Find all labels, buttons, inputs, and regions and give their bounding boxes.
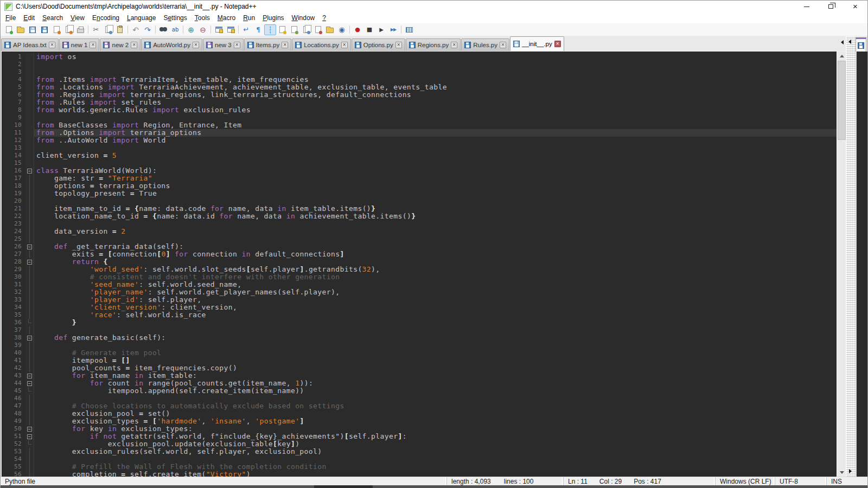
tab-close-icon[interactable]: × xyxy=(341,42,348,48)
menu-item-help[interactable]: ? xyxy=(318,13,330,23)
fold-collapse-icon[interactable]: − xyxy=(27,381,32,386)
fold-collapse-icon[interactable]: − xyxy=(27,336,32,341)
indent-guide-icon[interactable]: ┆ xyxy=(264,24,276,35)
tab-scroll-left-icon[interactable] xyxy=(841,40,844,44)
menu-item-search[interactable]: Search xyxy=(39,13,67,23)
save-file-icon[interactable] xyxy=(27,24,39,35)
tab-items-py[interactable]: Items.py× xyxy=(244,38,291,51)
fold-collapse-icon[interactable]: − xyxy=(27,434,32,439)
fold-collapse-icon[interactable]: − xyxy=(27,260,32,265)
status-eol-format[interactable]: Windows (CR LF) xyxy=(715,477,775,485)
sync-horizontal-icon[interactable] xyxy=(225,24,237,35)
tab-new-3[interactable]: new 3× xyxy=(203,38,244,51)
tab-close-icon[interactable]: × xyxy=(131,42,137,48)
tab-close-icon[interactable]: × xyxy=(90,42,96,48)
tab-close-icon[interactable]: × xyxy=(282,42,288,48)
window-title: C:\Users\Dood\Documents\tmp\Archipelago\… xyxy=(16,3,257,10)
folder-as-workspace-icon[interactable] xyxy=(324,24,336,35)
menu-item-plugins[interactable]: Plugins xyxy=(259,13,288,23)
fold-collapse-icon[interactable]: − xyxy=(27,427,32,432)
monitoring-icon[interactable]: ◉ xyxy=(336,24,348,35)
fold-margin xyxy=(25,326,34,334)
code-line: 45 itempool.append(self.create_item(item… xyxy=(2,387,837,395)
fold-collapse-icon[interactable]: − xyxy=(27,169,32,174)
fold-collapse-icon[interactable]: − xyxy=(27,374,32,378)
scrollbar-down-arrow[interactable] xyxy=(837,468,846,477)
tab-locations-py[interactable]: Locations.py× xyxy=(292,38,351,51)
cut-icon[interactable]: ✂ xyxy=(90,24,102,35)
view-splitter[interactable] xyxy=(846,36,856,477)
menu-item-edit[interactable]: Edit xyxy=(20,13,39,23)
copy-icon[interactable] xyxy=(102,24,114,35)
sync-vertical-icon[interactable] xyxy=(213,24,225,35)
menu-item-window[interactable]: Window xyxy=(288,13,319,23)
code-line: 22 location_name_to_id = {name: data.id … xyxy=(2,213,837,220)
scrollbar-thumb[interactable] xyxy=(838,61,846,140)
macro-run-multiple-icon[interactable]: ▶▶ xyxy=(387,24,399,35)
second-view-editor[interactable] xyxy=(856,52,867,477)
menu-item-tools[interactable]: Tools xyxy=(191,13,214,23)
editor[interactable]: 1import os234from .Items import Terraria… xyxy=(1,52,846,477)
zoom-in-icon[interactable]: ⊕ xyxy=(185,24,197,35)
second-view-tab[interactable] xyxy=(856,37,866,52)
show-all-characters-icon[interactable]: ¶ xyxy=(252,24,264,35)
tab-rules-py[interactable]: Rules.py× xyxy=(461,38,509,51)
tab-new-1[interactable]: new 1× xyxy=(59,38,100,51)
tab-new-2[interactable]: new 2× xyxy=(100,38,141,51)
zoom-out-icon[interactable]: ⊖ xyxy=(197,24,209,35)
tab-close-icon[interactable]: × xyxy=(234,42,240,48)
document-list-icon[interactable] xyxy=(300,24,312,35)
open-file-icon[interactable] xyxy=(15,24,27,35)
undo-icon[interactable]: ↶ xyxy=(130,24,142,35)
document-map-icon[interactable] xyxy=(288,24,300,35)
tab-options-py[interactable]: Options.py× xyxy=(352,38,405,51)
redo-icon[interactable]: ↷ xyxy=(142,24,154,35)
fold-collapse-icon[interactable]: − xyxy=(27,245,32,249)
status-insert-mode[interactable]: INS xyxy=(826,477,867,485)
tab-close-icon[interactable]: × xyxy=(193,42,199,48)
word-wrap-icon[interactable]: ↵ xyxy=(240,24,252,35)
paste-icon[interactable] xyxy=(114,24,126,35)
tab-regions-py[interactable]: Regions.py× xyxy=(406,38,461,51)
macro-play-icon[interactable]: ▶ xyxy=(375,24,387,35)
splitter-collapse-right-icon[interactable] xyxy=(849,469,852,473)
menu-item-file[interactable]: File xyxy=(2,13,20,23)
tab-close-icon[interactable]: × xyxy=(49,42,55,48)
status-encoding[interactable]: UTF-8 xyxy=(775,477,826,485)
close-button[interactable]: × xyxy=(843,1,867,12)
tab-init-py[interactable]: __init__.py× xyxy=(510,36,564,51)
vertical-scrollbar[interactable] xyxy=(837,52,846,477)
paste-icon xyxy=(117,26,123,33)
tab-close-icon[interactable]: × xyxy=(395,42,402,48)
macro-save-icon[interactable] xyxy=(403,24,415,35)
menu-item-macro[interactable]: Macro xyxy=(214,13,239,23)
scrollbar-up-arrow[interactable] xyxy=(837,52,846,60)
close-all-icon[interactable] xyxy=(62,24,74,35)
find-icon[interactable] xyxy=(157,24,169,35)
menu-item-encoding[interactable]: Encoding xyxy=(88,13,123,23)
tab-close-icon[interactable]: × xyxy=(500,42,506,48)
print-icon[interactable] xyxy=(74,24,86,35)
menu-item-language[interactable]: Language xyxy=(123,13,159,23)
splitter-collapse-left-icon[interactable] xyxy=(848,40,851,44)
tab-close-icon[interactable]: × xyxy=(451,42,457,48)
new-file-icon[interactable] xyxy=(3,24,15,35)
function-list-icon[interactable] xyxy=(312,24,324,35)
restore-button[interactable] xyxy=(819,1,843,12)
tab-ap-ideas-txt[interactable]: AP Ideas.txt× xyxy=(1,38,59,51)
replace-icon[interactable]: ab xyxy=(169,24,181,35)
tab-close-icon[interactable]: × xyxy=(554,41,561,47)
save-all-icon[interactable] xyxy=(39,24,50,35)
function-completion-icon[interactable] xyxy=(276,24,288,35)
tab-autoworld-py[interactable]: AutoWorld.py× xyxy=(141,38,202,51)
close-file-icon[interactable] xyxy=(50,24,62,35)
menu-item-settings[interactable]: Settings xyxy=(159,13,190,23)
menu-item-view[interactable]: View xyxy=(67,13,88,23)
macro-stop-icon[interactable]: ■ xyxy=(363,24,375,35)
menu-item-run[interactable]: Run xyxy=(239,13,259,23)
minimize-button[interactable] xyxy=(794,1,819,12)
line-number: 50 xyxy=(2,425,25,433)
macro-record-icon[interactable]: ● xyxy=(352,24,363,35)
code-text: location_name_to_id = {name: data.id for… xyxy=(34,213,837,220)
code-area[interactable]: 1import os234from .Items import Terraria… xyxy=(2,52,837,477)
